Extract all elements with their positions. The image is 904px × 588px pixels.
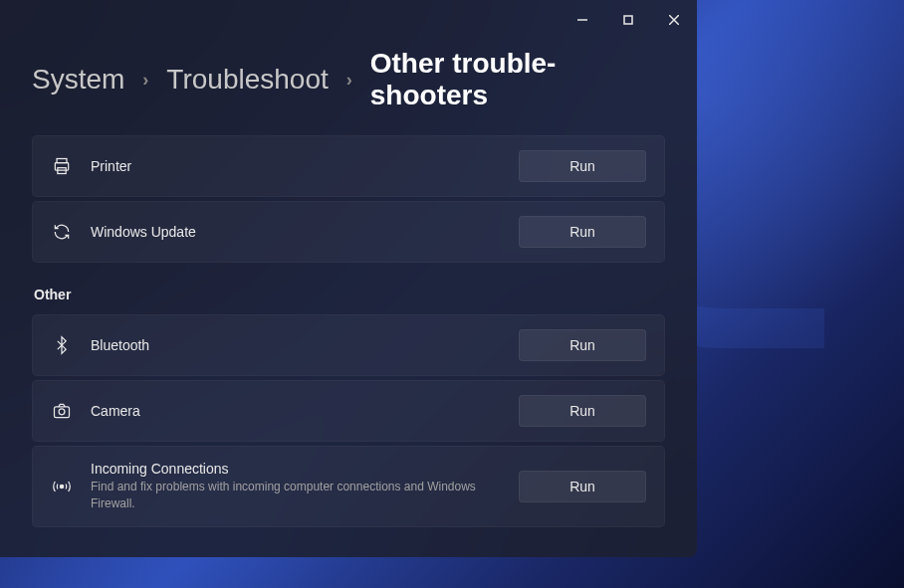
run-button[interactable]: Run bbox=[519, 329, 646, 361]
troubleshooter-item-bluetooth: Bluetooth Run bbox=[32, 314, 665, 376]
troubleshooter-title: Bluetooth bbox=[91, 337, 501, 353]
maximize-button[interactable] bbox=[605, 4, 651, 36]
troubleshooter-item-incoming-connections: Incoming Connections Find and fix proble… bbox=[32, 446, 665, 527]
minimize-button[interactable] bbox=[560, 4, 605, 36]
troubleshooter-description: Find and fix problems with incoming comp… bbox=[91, 479, 489, 512]
titlebar bbox=[0, 0, 697, 40]
close-icon bbox=[669, 15, 679, 25]
troubleshooter-item-camera: Camera Run bbox=[32, 380, 665, 442]
breadcrumb: System › Troubleshoot › Other trouble-sh… bbox=[0, 40, 697, 135]
group-header-other: Other bbox=[34, 287, 665, 302]
breadcrumb-system[interactable]: System bbox=[32, 64, 124, 96]
troubleshooter-title: Windows Update bbox=[91, 224, 501, 240]
run-button[interactable]: Run bbox=[519, 216, 646, 248]
close-button[interactable] bbox=[651, 4, 697, 36]
minimize-icon bbox=[577, 15, 587, 25]
run-button[interactable]: Run bbox=[519, 150, 646, 182]
printer-icon bbox=[51, 155, 73, 177]
troubleshooter-title: Camera bbox=[91, 403, 501, 419]
camera-icon bbox=[51, 400, 73, 422]
bluetooth-icon bbox=[51, 334, 73, 356]
content-area: Printer Run Windows Update Run Other Blu… bbox=[0, 135, 697, 557]
run-button[interactable]: Run bbox=[519, 395, 646, 427]
settings-window: System › Troubleshoot › Other trouble-sh… bbox=[0, 0, 697, 557]
maximize-icon bbox=[623, 15, 633, 25]
svg-rect-1 bbox=[624, 16, 632, 24]
run-button[interactable]: Run bbox=[519, 471, 646, 502]
troubleshooter-title: Incoming Connections bbox=[91, 461, 501, 477]
troubleshooter-item-printer: Printer Run bbox=[32, 135, 665, 197]
svg-point-9 bbox=[60, 485, 63, 488]
chevron-right-icon: › bbox=[142, 70, 148, 91]
page-title: Other trouble-shooters bbox=[370, 48, 665, 111]
troubleshooter-title: Printer bbox=[91, 158, 501, 174]
troubleshooter-item-windows-update: Windows Update Run bbox=[32, 201, 665, 263]
svg-point-8 bbox=[59, 409, 65, 415]
chevron-right-icon: › bbox=[346, 70, 352, 91]
sync-icon bbox=[51, 221, 73, 243]
breadcrumb-troubleshoot[interactable]: Troubleshoot bbox=[166, 64, 328, 96]
broadcast-icon bbox=[51, 476, 73, 497]
